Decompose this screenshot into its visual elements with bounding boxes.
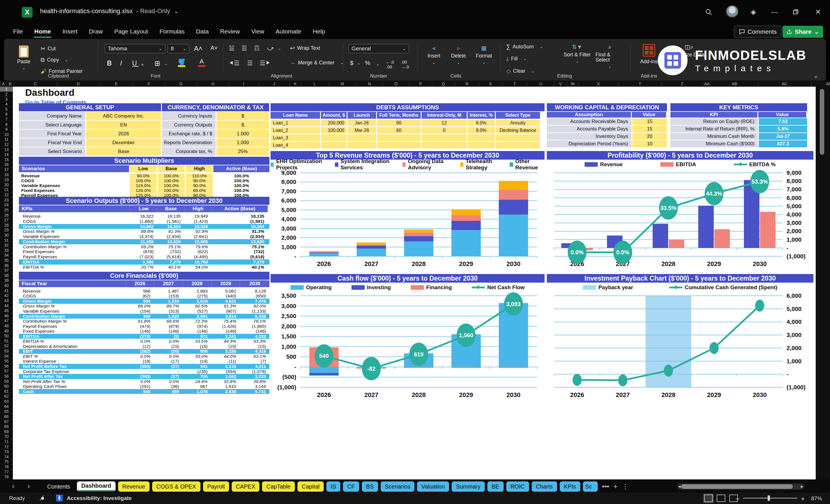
comma-style-icon[interactable]: , [377, 60, 379, 66]
page-layout-view-button[interactable] [717, 495, 725, 502]
debt-cell[interactable] [496, 134, 540, 141]
row-header-9[interactable]: 9 [0, 127, 13, 132]
comments-button[interactable]: Comments [734, 26, 782, 38]
row-header-27[interactable]: 27 [0, 218, 13, 223]
column-header-AD[interactable]: AD [811, 81, 830, 87]
orientation-icon[interactable]: ⤻ ⌄ [267, 44, 281, 52]
number-format-select[interactable]: General⌄ [348, 44, 409, 53]
multiplier-cell[interactable]: 90.0% [130, 174, 156, 178]
cell-internal-rate-of-return-irr[interactable]: 5.9% [759, 126, 807, 132]
debt-cell[interactable]: Mar-26 [348, 127, 376, 133]
debt-cell[interactable]: Loan_2 [270, 127, 320, 133]
debt-cell[interactable] [377, 142, 421, 149]
bold-button[interactable]: B [107, 60, 112, 67]
debt-cell[interactable] [422, 142, 467, 149]
select-all-corner[interactable] [0, 81, 0, 87]
column-header-M[interactable]: M [329, 81, 356, 87]
multiplier-cell[interactable]: 100.0% [158, 174, 185, 178]
column-header-W[interactable]: W [567, 81, 579, 87]
row-header-50[interactable]: 50 [0, 334, 13, 339]
hscroll-left-icon[interactable]: ◂ [678, 483, 681, 490]
insert-cells-button[interactable]: ⫷Insert⌄ [423, 45, 444, 64]
row-header-74[interactable]: 74 [0, 454, 13, 460]
row-header-31[interactable]: 31 [0, 238, 13, 243]
row-header-58[interactable]: 58 [0, 374, 13, 379]
align-left-icon[interactable]: ⯇☰ [229, 60, 240, 67]
multiplier-cell[interactable]: 100.0% [158, 179, 185, 183]
sheet-tab-roic[interactable]: ROIC [506, 481, 529, 492]
row-header-78[interactable]: 78 [0, 475, 13, 480]
column-header-AB[interactable]: AB [711, 81, 758, 87]
cell-minimum-cash-000[interactable]: 427.3 [759, 140, 807, 147]
row-header-28[interactable]: 28 [0, 223, 13, 228]
row-header-63[interactable]: 63 [0, 399, 13, 404]
row-header-25[interactable]: 25 [0, 208, 13, 213]
vertical-scrollbar[interactable] [816, 87, 830, 479]
row-header-64[interactable]: 64 [0, 404, 13, 409]
increase-decimal-icon[interactable]: ←.0.00 [386, 60, 394, 69]
sheet-tab-scenarios[interactable]: Scenarios [381, 481, 415, 492]
column-header-F[interactable]: F [133, 81, 165, 87]
row-header-38[interactable]: 38 [0, 273, 13, 278]
align-bottom-icon[interactable]: ☶ [254, 44, 260, 52]
cell-accounts-receivable-days[interactable]: 15 [632, 118, 667, 125]
restore-button[interactable] [790, 6, 801, 18]
cell-exchange-rate[interactable]: 1.000 [217, 130, 269, 138]
cell-fiscal-year-end[interactable]: December [86, 138, 161, 147]
row-header-54[interactable]: 54 [0, 353, 13, 359]
column-header-V[interactable]: V [554, 81, 567, 87]
row-headers[interactable]: 1234567891011121314151617181920212223242… [0, 87, 13, 479]
column-header-AA[interactable]: AA [703, 81, 711, 87]
cell-depreciation-period-years[interactable]: 10 [632, 140, 667, 147]
row-header-44[interactable]: 44 [0, 303, 13, 308]
row-header-8[interactable]: 8 [0, 122, 13, 127]
zoom-out-icon[interactable]: − [736, 495, 740, 503]
debt-cell[interactable]: 6.0% [468, 120, 495, 126]
debt-cell[interactable]: Jan-26 [348, 120, 376, 126]
align-top-icon[interactable]: ☱ [229, 44, 234, 52]
row-header-10[interactable]: 10 [0, 132, 13, 137]
decrease-font-icon[interactable]: A˅ [211, 44, 218, 51]
column-headers[interactable]: ABCDEFGHIJKLMNOPQRSTUVWXYZAAABACAD [0, 81, 830, 87]
row-header-65[interactable]: 65 [0, 409, 13, 414]
row-header-32[interactable]: 32 [0, 243, 13, 248]
column-header-C[interactable]: C [14, 81, 57, 87]
row-header-56[interactable]: 56 [0, 364, 13, 369]
row-header-15[interactable]: 15 [0, 157, 13, 162]
next-sheet-icon[interactable]: › [28, 482, 30, 491]
cell-currency-inputs[interactable]: $ [217, 112, 269, 120]
row-header-23[interactable]: 23 [0, 197, 13, 202]
debt-cell[interactable] [348, 134, 376, 141]
row-header-37[interactable]: 37 [0, 268, 13, 273]
row-header-68[interactable]: 68 [0, 424, 13, 429]
sheet-tab-summary[interactable]: Summary [452, 481, 485, 492]
column-header-B[interactable]: B [7, 81, 14, 87]
cell-company-name[interactable]: ABC Company Inc. [86, 112, 161, 120]
row-header-57[interactable]: 57 [0, 369, 13, 374]
row-header-75[interactable]: 75 [0, 460, 13, 465]
multiplier-cell[interactable]: 120.0% [130, 188, 156, 193]
sheet-tab-capital[interactable]: Capital [297, 481, 324, 492]
debt-cell[interactable] [348, 142, 376, 149]
row-header-1[interactable]: 1 [0, 87, 13, 92]
user-avatar[interactable] [726, 5, 738, 18]
cut-button[interactable]: ✂Cut [41, 45, 56, 52]
wrap-text-button[interactable]: ↩Wrap Text [290, 44, 320, 52]
row-header-17[interactable]: 17 [0, 167, 13, 172]
vertical-scrollbar-thumb[interactable] [820, 89, 824, 155]
row-header-34[interactable]: 34 [0, 253, 13, 258]
normal-view-button[interactable] [704, 495, 713, 502]
ribbon-tab-automate[interactable]: Automate [271, 26, 306, 37]
font-color-button[interactable]: A [198, 58, 205, 67]
merge-center-button[interactable]: ⇔Merge & Center ⌄ [290, 60, 344, 66]
row-header-40[interactable]: 40 [0, 283, 13, 288]
ribbon-tab-view[interactable]: View [247, 26, 268, 37]
debt-cell[interactable]: 8.0% [468, 127, 495, 133]
horizontal-scrollbar-thumb[interactable] [681, 484, 793, 489]
multiplier-cell[interactable]: 110.0% [186, 174, 213, 178]
minimize-button[interactable]: — [769, 6, 780, 18]
row-header-14[interactable]: 14 [0, 152, 13, 157]
row-header-43[interactable]: 43 [0, 298, 13, 304]
debt-cell[interactable]: 100,000 [321, 127, 347, 133]
format-cells-button[interactable]: ▦Format⌄ [473, 45, 496, 64]
